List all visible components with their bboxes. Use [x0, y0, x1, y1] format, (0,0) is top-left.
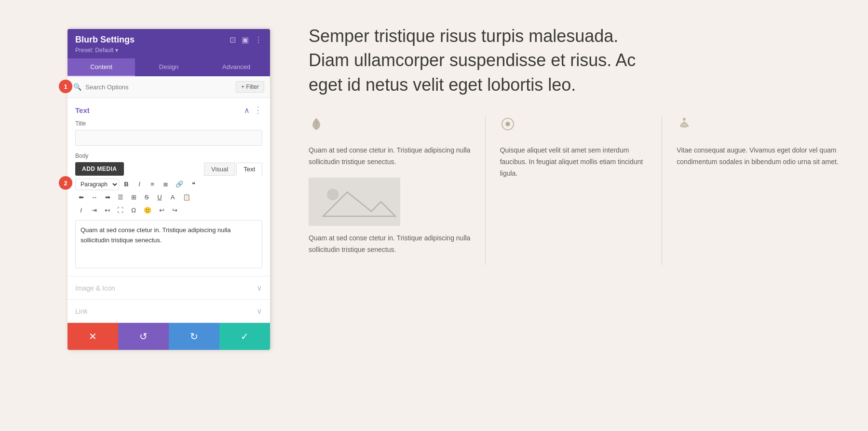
text-section-chevron-icon[interactable]: ∧ — [244, 106, 250, 115]
blurb-image-caption-1: Quam at sed conse ctetur in. Tristique a… — [309, 233, 471, 256]
filter-button[interactable]: + Filter — [236, 81, 264, 93]
panel-header: Blurb Settings ⊡ ▣ ⋮ Preset: Default ▾ — [68, 29, 270, 58]
strikethrough-button[interactable]: S — [141, 192, 152, 203]
italic-button[interactable]: I — [134, 179, 145, 190]
panel-title: Blurb Settings — [75, 35, 135, 45]
blurb-icon-3 — [677, 116, 839, 135]
image-icon-chevron-icon: ∨ — [257, 283, 262, 292]
search-icon: 🔍 — [73, 83, 81, 91]
svg-point-6 — [683, 118, 686, 121]
blurb-text-1: Quam at sed conse ctetur in. Tristique a… — [309, 145, 471, 168]
panel-tabs: Content Design Advanced — [68, 58, 270, 76]
editor-toolbar: ADD MEDIA Visual Text Paragraph B I — [68, 162, 270, 220]
paste-button[interactable]: 📋 — [180, 192, 193, 203]
blurb-text-3: Vitae consequat augue. Vivamus eget dolo… — [677, 145, 839, 168]
main-content: Semper tristique risus turpis malesuada.… — [270, 0, 868, 431]
undo-button[interactable]: ↩ — [156, 205, 167, 216]
special-char-button[interactable]: Ω — [128, 205, 139, 216]
align-center-button[interactable]: ↔ — [88, 192, 100, 203]
more-icon[interactable]: ⋮ — [255, 35, 262, 44]
link-header[interactable]: Link ∨ — [68, 300, 270, 322]
editor-content[interactable]: Quam at sed conse ctetur in. Tristique a… — [75, 220, 262, 268]
link-chevron-icon: ∨ — [257, 306, 262, 316]
tab-design[interactable]: Design — [135, 58, 203, 76]
link-button[interactable]: 🔗 — [173, 179, 186, 190]
link-title: Link — [75, 307, 88, 315]
svg-point-5 — [507, 123, 509, 125]
reset-button[interactable]: ↺ — [118, 323, 169, 350]
svg-point-2 — [327, 189, 339, 200]
underline-button[interactable]: U — [154, 192, 165, 203]
redo-button-bottom[interactable]: ↻ — [169, 323, 219, 350]
image-icon-section: Image & Icon ∨ — [68, 277, 270, 300]
text-tab[interactable]: Text — [236, 163, 262, 176]
bold-button[interactable]: B — [121, 179, 132, 190]
blurb-column-2: Quisque aliquet velit sit amet sem inter… — [486, 116, 663, 265]
blurb-image-1 — [309, 178, 400, 226]
svg-rect-0 — [309, 178, 400, 226]
hero-text: Semper tristique risus turpis malesuada.… — [309, 24, 646, 97]
image-icon-title: Image & Icon — [75, 284, 115, 292]
title-input[interactable] — [75, 130, 262, 146]
blurb-grid: Quam at sed conse ctetur in. Tristique a… — [309, 116, 839, 265]
unordered-list-button[interactable]: ≡ — [147, 179, 158, 190]
visual-tab[interactable]: Visual — [204, 163, 235, 176]
tab-content[interactable]: Content — [68, 58, 135, 76]
blurb-icon-1 — [309, 116, 471, 135]
indent-in-button[interactable]: ⇥ — [88, 205, 100, 216]
indent-button[interactable]: I — [75, 205, 87, 216]
align-justify-button[interactable]: ☰ — [115, 192, 126, 203]
redo-button[interactable]: ↪ — [169, 205, 180, 216]
cancel-button[interactable]: ✕ — [68, 323, 118, 350]
blurb-column-1: Quam at sed conse ctetur in. Tristique a… — [309, 116, 486, 265]
expand-icon[interactable]: ⊡ — [230, 35, 236, 44]
title-label: Title — [75, 120, 262, 127]
panel-body: Text ∧ ⋮ Title Body ADD MEDIA — [68, 98, 270, 323]
blurb-icon-2 — [500, 116, 648, 135]
columns-icon[interactable]: ▣ — [242, 35, 249, 44]
emoji-button[interactable]: 🙂 — [141, 205, 154, 216]
preset-selector[interactable]: Preset: Default ▾ — [75, 47, 262, 54]
quote-button[interactable]: ❝ — [188, 179, 199, 190]
add-media-button[interactable]: ADD MEDIA — [75, 162, 124, 176]
panel-bottom-bar: ✕ ↺ ↻ ✓ — [68, 323, 270, 350]
text-color-button[interactable]: A — [167, 192, 178, 203]
text-section: Text ∧ ⋮ Title Body ADD MEDIA — [68, 98, 270, 277]
indent-out-button[interactable]: ↤ — [101, 205, 113, 216]
search-bar: 🔍 + Filter — [68, 76, 270, 98]
image-icon-header[interactable]: Image & Icon ∨ — [68, 277, 270, 299]
text-section-title: Text — [75, 106, 90, 114]
title-field-group: Title — [68, 120, 270, 153]
step-badge-1: 1 — [59, 80, 72, 93]
search-input[interactable] — [85, 83, 232, 91]
body-label: Body — [68, 153, 270, 162]
tab-advanced[interactable]: Advanced — [203, 58, 270, 76]
align-left-button[interactable]: ⬅ — [75, 192, 87, 203]
link-section: Link ∨ — [68, 300, 270, 323]
preset-chevron-icon: ▾ — [115, 47, 118, 54]
step-badge-2: 2 — [59, 176, 72, 190]
table-button[interactable]: ⊞ — [128, 192, 139, 203]
align-right-button[interactable]: ➡ — [102, 192, 113, 203]
save-button[interactable]: ✓ — [219, 323, 270, 350]
text-section-more-icon[interactable]: ⋮ — [254, 105, 262, 115]
fullscreen-button[interactable]: ⛶ — [114, 205, 126, 216]
ordered-list-button[interactable]: ≣ — [160, 179, 171, 190]
blurb-column-3: Vitae consequat augue. Vivamus eget dolo… — [662, 116, 839, 265]
paragraph-select[interactable]: Paragraph — [75, 179, 119, 190]
settings-panel: Blurb Settings ⊡ ▣ ⋮ Preset: Default ▾ C… — [68, 29, 270, 350]
blurb-text-2: Quisque aliquet velit sit amet sem inter… — [500, 145, 648, 179]
